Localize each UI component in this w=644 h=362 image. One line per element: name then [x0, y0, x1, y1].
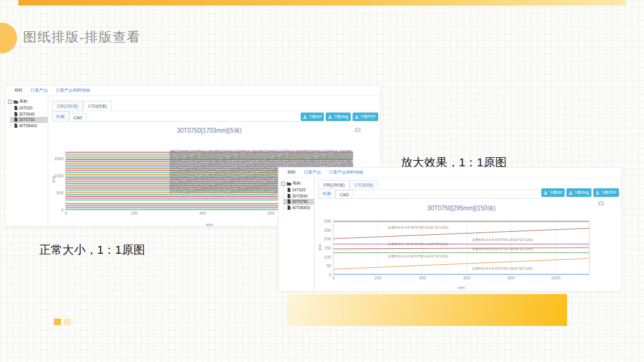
- file-icon: [14, 124, 18, 128]
- nav-tab-order-product-fabric-detail[interactable]: 订单产品布料明细: [329, 169, 363, 175]
- x-tick: 600: [463, 276, 470, 280]
- download-icon: [596, 191, 599, 194]
- tree-item-label: 40T05403: [292, 205, 310, 210]
- x-tick: 0: [332, 276, 335, 280]
- x-tick: 400: [199, 211, 207, 215]
- download-dxf-button[interactable]: 下载dxf: [541, 188, 565, 197]
- top-accent-bar: [18, 0, 626, 6]
- tree-item-40T05403[interactable]: 40T05403: [284, 205, 314, 211]
- y-tick: 0: [329, 273, 331, 277]
- cad-layout-chart-295: 冰翼5H3.9-4.8-30T0750-2A(91*31*1150)冰翼5H3.…: [333, 220, 590, 275]
- tab-list[interactable]: 列表: [318, 188, 335, 198]
- bottom-accent-gradient: [287, 294, 567, 326]
- download-icon: [355, 115, 359, 119]
- tree-root-label: 布料: [293, 181, 301, 187]
- y-tick: 150: [324, 246, 331, 250]
- top-nav: 布料 订单产品 订单产品布料明细: [5, 86, 380, 96]
- file-icon: [14, 106, 18, 110]
- chart-title: 30T0750[1703mm](5张): [65, 127, 353, 135]
- collapse-icon[interactable]: [8, 100, 12, 104]
- slide: 图纸排版-排版查看 布料 订单产品 订单产品布料明细 布料 24T020: [0, 0, 644, 362]
- tree-item-24T020[interactable]: 24T020: [10, 105, 48, 111]
- tree-item-label: 30T0750: [292, 199, 308, 204]
- layout-lines-svg: [334, 221, 589, 275]
- fabric-tree: 布料 24T020 30T0540 30T0750: [279, 178, 315, 291]
- y-tick: 100: [324, 254, 331, 259]
- download-icon: [328, 115, 332, 119]
- tree-item-24T020[interactable]: 24T020: [284, 187, 314, 193]
- page-title: 图纸排版-排版查看: [23, 28, 141, 46]
- file-icon: [14, 112, 18, 116]
- piece-label: 冰翼5H3.9-4.8-30T0750-2A(31*91*1150): [472, 238, 533, 242]
- tree-item-30T0750-selected[interactable]: 30T0750: [10, 117, 48, 123]
- y-axis-label: mm: [318, 244, 322, 251]
- x-tick: 200: [375, 276, 382, 280]
- export-buttons: 下载dxf 下载dwg 下载PDF: [301, 113, 378, 121]
- folder-icon: [13, 100, 18, 104]
- view-tabs: 列表 CAD: [318, 189, 542, 199]
- width-tabs: 295(150张) 1703(5张): [52, 101, 376, 111]
- file-icon: [287, 205, 291, 210]
- y-tick: 500: [56, 191, 64, 195]
- tree-item-label: 30T0750: [19, 117, 35, 122]
- y-tick: 1500: [54, 157, 64, 161]
- decorative-square-dark: [54, 319, 61, 325]
- file-icon: [287, 194, 291, 198]
- tab-cad[interactable]: CAD: [335, 190, 353, 198]
- x-tick: 800: [508, 276, 515, 280]
- tree-root[interactable]: 布料: [8, 99, 48, 105]
- export-buttons: 下载dxf 下载dwg 下载PDF: [541, 188, 619, 197]
- tree-item-30T0750-selected[interactable]: 30T0750: [284, 199, 314, 205]
- download-dwg-button[interactable]: 下载dwg: [326, 113, 351, 121]
- nav-tab-order-product[interactable]: 订单产品: [31, 87, 48, 94]
- fabric-tree: 布料 24T020 30T0540 30T0750: [5, 96, 48, 226]
- x-tick: 400: [419, 276, 426, 280]
- y-axis-label: mm: [51, 176, 56, 183]
- tab-list[interactable]: 列表: [52, 111, 69, 121]
- tab-295[interactable]: 295(150张): [52, 101, 83, 111]
- chart-title: 30T0750[295mm](150张): [333, 204, 590, 213]
- nav-tab-order-product[interactable]: 订单产品: [304, 169, 321, 175]
- tree-item-label: 40T05403: [19, 124, 37, 128]
- caption-normal-size: 正常大小，1：1原图: [39, 242, 145, 258]
- folder-icon: [287, 182, 291, 186]
- tree-item-label: 30T0540: [19, 112, 35, 116]
- nav-tab-order-product-fabric-detail[interactable]: 订单产品布料明细: [56, 87, 90, 94]
- y-tick: 50: [326, 264, 331, 268]
- tree-item-40T05403[interactable]: 40T05403: [10, 123, 48, 129]
- nav-tab-fabric[interactable]: 布料: [287, 169, 296, 175]
- piece-label: 冰翼5H3.9-4.8-30T0750-2A(91*31*1150): [387, 226, 448, 230]
- app-window-zoomed: 布料 订单产品 订单产品布料明细 布料 24T020 30: [278, 167, 622, 292]
- save-as-image-icon[interactable]: [354, 124, 361, 135]
- collapse-icon[interactable]: [281, 182, 285, 186]
- tree-item-label: 24T020: [292, 188, 306, 192]
- x-tick: 1000: [551, 276, 561, 280]
- tab-cad[interactable]: CAD: [69, 113, 87, 121]
- tab-1703[interactable]: 1703(5张): [349, 180, 378, 190]
- file-icon: [287, 199, 291, 204]
- save-as-image-icon[interactable]: [598, 197, 604, 208]
- download-dwg-button[interactable]: 下载dwg: [566, 188, 591, 197]
- tree-item-label: 30T0540: [292, 194, 308, 198]
- x-axis-label: mm: [333, 286, 590, 290]
- download-icon: [569, 191, 573, 194]
- decorative-circle: [0, 23, 17, 53]
- tree-root[interactable]: 布料: [281, 181, 314, 187]
- piece-label: 冰翼5H3.9-4.8-30T0750-2A(31*91*1150): [472, 267, 533, 271]
- tree-item-label: 24T020: [19, 106, 32, 110]
- tab-1703[interactable]: 1703(5张): [83, 101, 112, 111]
- tree-item-30T0540[interactable]: 30T0540: [284, 193, 314, 199]
- piece-label: 冰翼5H3.9-4.8-30T0750-2A(33*18*1150): [387, 242, 448, 246]
- download-pdf-button[interactable]: 下载PDF: [593, 188, 619, 197]
- download-dxf-button[interactable]: 下载dxf: [301, 113, 324, 121]
- piece-label: 冰翼5H3.9-4.8-30T0750-2A(18*33*1150): [472, 247, 533, 251]
- nav-tab-fabric[interactable]: 布料: [14, 87, 23, 94]
- y-tick: 0: [61, 208, 64, 212]
- download-icon: [303, 115, 307, 119]
- x-tick: 600: [268, 211, 275, 215]
- decorative-square-light: [64, 319, 71, 325]
- tree-root-label: 布料: [20, 99, 27, 105]
- x-tick: 200: [131, 211, 138, 215]
- download-pdf-button[interactable]: 下载PDF: [353, 113, 378, 121]
- tree-item-30T0540[interactable]: 30T0540: [10, 111, 48, 117]
